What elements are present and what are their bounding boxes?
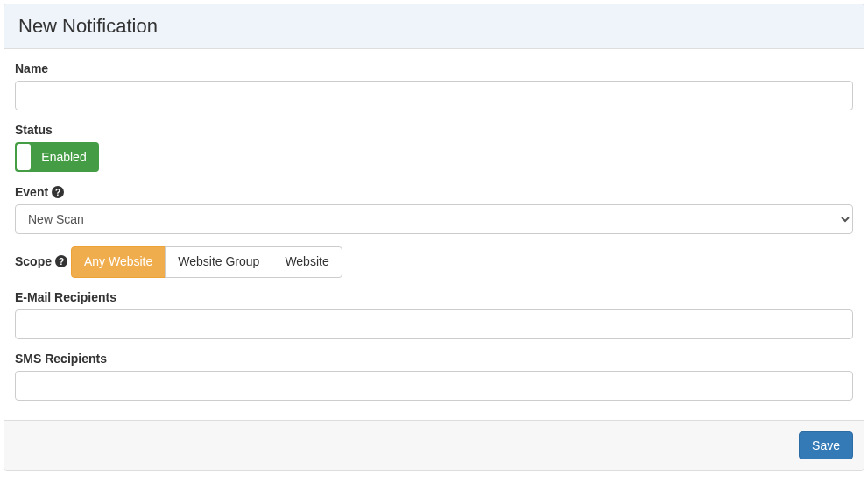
event-select[interactable]: New Scan [15,204,853,234]
event-label-row: Event ? [15,185,64,199]
panel-body: Name Status Enabled Event ? New Scan Sco… [4,49,864,420]
scope-website-button[interactable]: Website [272,246,342,278]
page-title: New Notification [18,15,850,38]
status-label: Status [15,123,853,137]
status-group: Status Enabled [15,123,853,173]
scope-website-group-button[interactable]: Website Group [165,246,272,278]
toggle-handle [17,144,31,170]
sms-group: SMS Recipients [15,352,853,401]
status-toggle[interactable]: Enabled [15,142,99,172]
help-icon[interactable]: ? [55,255,67,267]
name-input[interactable] [15,81,853,110]
scope-any-website-button[interactable]: Any Website [71,246,166,278]
help-icon[interactable]: ? [52,186,64,198]
email-label: E-Mail Recipients [15,290,853,304]
email-input[interactable] [15,309,853,339]
scope-label-row: Scope ? [15,254,67,268]
panel-footer: Save [4,420,864,470]
event-label: Event [15,185,48,199]
sms-input[interactable] [15,371,853,401]
event-group: Event ? New Scan [15,185,853,234]
toggle-enabled-label: Enabled [32,150,99,164]
email-group: E-Mail Recipients [15,290,853,339]
panel-header: New Notification [4,4,864,49]
name-label: Name [15,61,853,75]
save-button[interactable]: Save [799,431,853,459]
notification-panel: New Notification Name Status Enabled Eve… [4,4,864,471]
scope-button-group: Any Website Website Group Website [71,246,342,278]
scope-label: Scope [15,254,52,268]
sms-label: SMS Recipients [15,352,853,366]
name-group: Name [15,61,853,110]
scope-group: Scope ? Any Website Website Group Websit… [15,246,853,278]
